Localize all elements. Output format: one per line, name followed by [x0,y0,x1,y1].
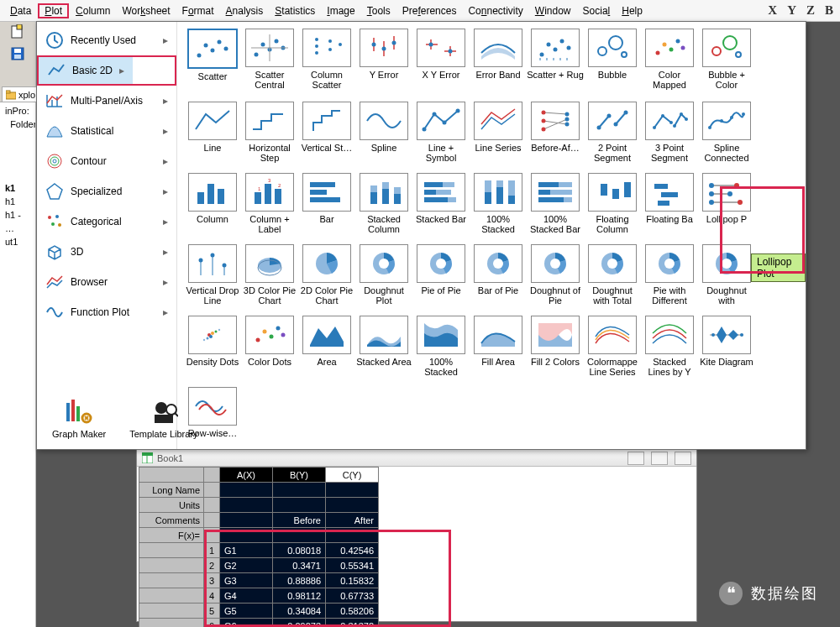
cell[interactable]: G4 [220,588,273,603]
window-min-button[interactable] [627,452,644,465]
plot-thumb-color-mapped[interactable]: Color Mapped [641,29,698,93]
plot-thumb-x-y-error[interactable]: X Y Error [412,29,470,93]
col-header-c[interactable]: C(Y) [326,468,379,483]
explorer-item[interactable]: h1 [5,195,30,208]
axis-b-icon[interactable]: В [825,3,833,18]
plot-thumb-bubble-color[interactable]: Bubble + Color [698,29,755,93]
menu-column[interactable]: Column [71,3,115,18]
cell[interactable]: G1 [220,543,273,558]
plot-cat-function-plot[interactable]: Function Plot▸ [37,299,176,326]
row-index[interactable]: 5 [204,603,220,619]
plot-thumb-scatter-central[interactable]: Scatter Central [241,29,298,93]
plot-thumb-scatter-rug[interactable]: Scatter + Rug [527,29,584,93]
plot-thumb-area[interactable]: Area [298,316,355,379]
row-comments[interactable]: Comments [139,513,204,528]
explorer-item[interactable]: inPro: [5,104,30,118]
plot-thumb-line-series[interactable]: Line Series [470,102,527,165]
plot-cat-3d[interactable]: 3D▸ [37,238,176,265]
tool-save[interactable] [0,43,35,65]
menu-data[interactable]: Data [5,3,36,18]
plot-thumb-fill-area[interactable]: Fill Area [470,316,527,379]
menu-window[interactable]: Window [530,3,576,18]
plot-thumb-doughnut-of-pie[interactable]: Doughnut of Pie [527,244,584,307]
plot-thumb-before-af-[interactable]: Before-Af… [527,102,584,165]
menu-preferences[interactable]: Preferences [397,3,462,18]
plot-thumb-stacked-area[interactable]: Stacked Area [355,316,412,379]
plot-cat-statistical[interactable]: Statistical▸ [37,118,176,144]
plot-thumb-3-point-segment[interactable]: 3 Point Segment [641,102,698,165]
menu-statistics[interactable]: Statistics [270,3,320,18]
plot-cat-basic-2d[interactable]: Basic 2D▸ [39,57,133,84]
axis-z-icon[interactable]: Z [806,3,815,18]
cell[interactable]: 0.3471 [273,558,326,573]
plot-thumb-line[interactable]: Line [184,102,241,165]
cell[interactable]: 0.31372 [326,619,379,628]
plot-cat-categorical[interactable]: Categorical▸ [37,208,176,235]
explorer-item[interactable]: ut1 [5,235,30,248]
cell[interactable]: 0.98112 [273,588,326,603]
menu-format[interactable]: Format [177,3,219,18]
plot-cat-contour[interactable]: Contour▸ [37,148,176,175]
menu-plot[interactable]: Plot [39,3,67,18]
plot-thumb-fill-2-colors[interactable]: Fill 2 Colors [527,316,584,379]
plot-cat-specialized[interactable]: Specialized▸ [37,178,176,205]
cell[interactable]: 0.67733 [326,588,379,603]
plot-thumb-column[interactable]: Column [184,173,241,236]
plot-thumb-pie-with-different[interactable]: Pie with Different [641,244,698,307]
plot-thumb-bar[interactable]: Bar [298,173,355,236]
plot-thumb-bar-of-pie[interactable]: Bar of Pie [470,244,527,307]
row-fx[interactable]: F(x)= [139,528,204,543]
menu-tools[interactable]: Tools [362,3,396,18]
plot-thumb-scatter[interactable]: Scatter [184,29,241,93]
tool-new-project[interactable] [0,21,35,43]
plot-thumb-density-dots[interactable]: Density Dots [184,316,241,379]
cell[interactable]: G3 [220,573,273,588]
menu-help[interactable]: Help [617,3,648,18]
row-index[interactable]: 3 [204,573,220,588]
plot-thumb-doughnut-with-total[interactable]: Doughnut with Total [584,244,641,307]
plot-thumb-column-label[interactable]: 132Column + Label [241,173,298,236]
cell[interactable]: 0.55341 [326,558,379,573]
window-close-button[interactable] [675,452,691,465]
plot-thumb-pie-of-pie[interactable]: Pie of Pie [412,244,470,307]
menu-analysis[interactable]: Analysis [221,3,269,18]
plot-thumb-100-stacked[interactable]: 100% Stacked [470,173,527,236]
col-header-b[interactable]: B(Y) [273,468,326,483]
axis-x-icon[interactable]: X [768,3,777,18]
cell[interactable]: 0.42546 [326,543,379,558]
plot-cat-browser[interactable]: Browser▸ [37,269,176,295]
plot-thumb-2-point-segment[interactable]: 2 Point Segment [584,102,641,165]
plot-thumb-floating-column[interactable]: Floating Column [584,173,641,236]
cell[interactable]: 0.08018 [273,543,326,558]
plot-thumb-vertical-st-[interactable]: Vertical St… [298,102,355,165]
plot-cat-multi-panel-axis[interactable]: Multi-Panel/Axis▸ [37,87,176,114]
plot-thumb-doughnut-plot[interactable]: Doughnut Plot [355,244,412,307]
row-index[interactable]: 1 [204,543,220,558]
book1-titlebar[interactable]: Book1 [137,450,696,467]
plot-thumb-color-dots[interactable]: Color Dots [241,316,298,379]
plot-thumb-floating-ba[interactable]: Floating Ba [641,173,698,236]
cell[interactable]: 0.15832 [326,573,379,588]
plot-cat-recently-used[interactable]: Recently Used▸ [37,27,176,54]
menu-image[interactable]: Image [322,3,360,18]
plot-thumb-kite-diagram[interactable]: Kite Diagram [698,316,755,379]
graph-maker-button[interactable]: Graph Maker [52,397,106,439]
plot-thumb-error-band[interactable]: Error Band [470,29,527,93]
explorer-item[interactable]: k1 [5,181,30,195]
plot-thumb-2d-color-pie-chart[interactable]: 2D Color Pie Chart [298,244,355,307]
plot-thumb-spline[interactable]: Spline [355,102,412,165]
cell[interactable]: 0.58206 [326,603,379,619]
col-header-a[interactable]: A(X) [220,468,273,483]
menu-connectivity[interactable]: Connectivity [463,3,528,18]
plot-thumb-3d-color-pie-chart[interactable]: 3D Color Pie Chart [241,244,298,307]
plot-thumb-horizontal-step[interactable]: Horizontal Step [241,102,298,165]
plot-thumb-stacked-column[interactable]: Stacked Column [355,173,412,236]
template-library-button[interactable]: Template Library [129,397,197,439]
worksheet-grid[interactable]: A(X) B(Y) C(Y) Long Name Units CommentsB… [139,467,379,627]
plot-thumb-bubble[interactable]: Bubble [584,29,641,93]
menu-social[interactable]: Social [578,3,616,18]
plot-thumb-100-stacked[interactable]: 100% Stacked [412,316,470,379]
plot-thumb-colormappe-line-series[interactable]: Colormappe Line Series [584,316,641,379]
cell[interactable]: G6 [220,619,273,628]
cell[interactable]: 0.09073 [273,619,326,628]
